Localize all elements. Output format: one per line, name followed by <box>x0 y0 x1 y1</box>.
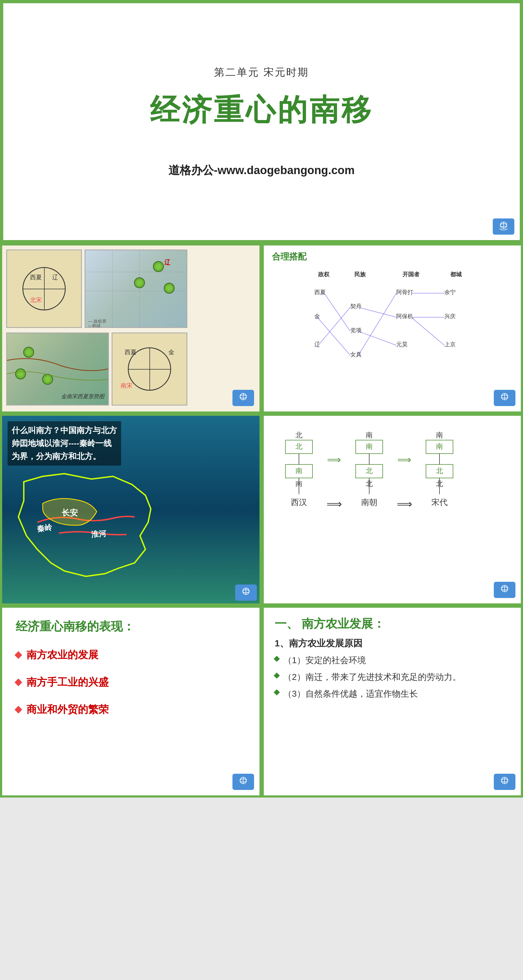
bullet-item-1: 南方农业的发展 <box>16 648 246 662</box>
svg-line-36 <box>358 293 396 355</box>
svg-text:契丹: 契丹 <box>350 303 362 309</box>
svg-text:秦岭: 秦岭 <box>37 523 53 533</box>
website-label: 道格办公-www.daogebangong.com <box>169 163 354 178</box>
slide-2-maps: 西夏 辽 北宋 辽 — 政权界 ○ 都城 <box>0 243 262 414</box>
slide-3-matching: 合理搭配 政权 民族 开国者 都城 西夏 契丹 阿骨打 余宁 金 党项 阿保机 … <box>262 243 523 414</box>
svg-text:⟹: ⟹ <box>326 498 342 510</box>
big-map-svg: 金南宋西夏形势图 <box>7 333 108 405</box>
numbered-item-1: 1、南方农业发展原因 <box>275 637 510 650</box>
bullet-item-2: 南方手工业的兴盛 <box>16 675 246 689</box>
diamond-icon-3 <box>14 706 22 713</box>
svg-text:元昊: 元昊 <box>396 341 408 347</box>
circle1-tl: 西夏 <box>30 273 42 282</box>
map-big: 金南宋西夏形势图 <box>6 332 109 406</box>
sub-diamond-1 <box>274 656 280 662</box>
slide7-logo <box>494 774 515 790</box>
row-1: 西夏 辽 北宋 辽 — 政权界 ○ 都城 <box>0 243 523 414</box>
svg-text:上京: 上京 <box>444 341 456 347</box>
numbered-text-1: 1、南方农业发展原因 <box>275 638 362 648</box>
sub-diamond-2 <box>274 673 280 679</box>
bullet-item-3: 商业和外贸的繁荣 <box>16 703 246 716</box>
map-img-top: 辽 — 政权界 ○ 都城 <box>84 250 187 328</box>
slide4-text: 什么叫南方？中国南方与北方 帅囯地域以淮河----秦岭一线 为界，分为南方和北方… <box>8 421 121 466</box>
slide-2-bottom: 金南宋西夏形势图 西夏 金 南宋 <box>5 331 257 409</box>
map-box-circle2: 西夏 金 南宋 <box>111 332 187 406</box>
svg-text:开国者: 开国者 <box>402 271 420 277</box>
svg-text:长安: 长安 <box>62 508 78 517</box>
sub-text-1: （1）安定的社会环境 <box>283 654 366 667</box>
svg-text:兴庆: 兴庆 <box>444 313 456 319</box>
svg-text:西汉: 西汉 <box>291 498 307 507</box>
main-title: 经济重心的南移 <box>150 90 373 130</box>
svg-text:南: 南 <box>366 431 373 439</box>
bullet-text-2: 南方手工业的兴盛 <box>27 675 109 689</box>
slide-1-title: 第二单元 宋元时期 经济重心的南移 道格办公-www.daogebangong.… <box>0 0 523 243</box>
svg-text:女真: 女真 <box>350 351 362 357</box>
sub-bullet-3: （3）自然条件优越，适宜作物生长 <box>275 688 510 700</box>
svg-text:政权: 政权 <box>318 271 330 277</box>
svg-text:阿骨打: 阿骨打 <box>396 289 413 295</box>
slide-2-top: 西夏 辽 北宋 辽 — 政权界 ○ 都城 <box>5 248 257 331</box>
sub-diamond-3 <box>274 689 280 695</box>
svg-text:淮河: 淮河 <box>91 529 107 539</box>
svg-text:⟹: ⟹ <box>397 454 412 465</box>
svg-text:北: 北 <box>436 467 443 475</box>
matching-title: 合理搭配 <box>272 251 513 263</box>
sub-bullet-1: （1）安定的社会环境 <box>275 654 510 667</box>
svg-text:西夏: 西夏 <box>314 289 326 295</box>
slide-4-map: 什么叫南方？中国南方与北方 帅囯地域以淮河----秦岭一线 为界，分为南方和北方… <box>0 414 262 606</box>
svg-text:宋代: 宋代 <box>431 498 448 507</box>
slide-5-diagram: 北 北 南 南 ⟹ 南 南 北 北 ⟹ 南 南 <box>262 414 523 606</box>
svg-text:南: 南 <box>436 431 443 439</box>
row-3: 经济重心南移的表现： 南方农业的发展 南方手工业的兴盛 商业和外贸的繁荣 一、 … <box>0 606 523 797</box>
diamond-icon-1 <box>14 651 22 659</box>
svg-line-32 <box>318 307 350 345</box>
map-box-circle1: 西夏 辽 北宋 <box>6 250 82 328</box>
svg-text:余宁: 余宁 <box>444 289 456 295</box>
diamond-icon-2 <box>14 678 22 686</box>
slide2-logo <box>232 390 254 406</box>
svg-text:⟹: ⟹ <box>397 498 412 510</box>
matching-svg: 政权 民族 开国者 都城 西夏 契丹 阿骨打 余宁 金 党项 阿保机 兴庆 辽 … <box>272 268 513 376</box>
svg-text:南朝: 南朝 <box>361 498 377 507</box>
svg-text:北: 北 <box>296 442 302 450</box>
circle2-tl: 西夏 <box>125 348 137 356</box>
svg-text:金: 金 <box>314 313 320 319</box>
svg-line-29 <box>324 293 350 331</box>
svg-text:党项: 党项 <box>350 327 362 333</box>
svg-text:— 政权界: — 政权界 <box>88 319 107 324</box>
svg-text:阿保机: 阿保机 <box>396 313 413 319</box>
svg-line-35 <box>317 317 350 355</box>
svg-line-34 <box>412 318 445 345</box>
svg-line-33 <box>358 307 396 317</box>
slide6-title: 经济重心南移的表现： <box>16 619 246 635</box>
svg-text:南: 南 <box>436 442 443 450</box>
sub-bullet-2: （2）南迁，带来了先进技术和充足的劳动力。 <box>275 671 510 683</box>
circle2-bl: 南宋 <box>121 382 132 390</box>
corner-logo <box>493 218 514 235</box>
circle2-tr: 金 <box>169 348 174 356</box>
svg-line-30 <box>358 331 396 345</box>
svg-text:南: 南 <box>296 467 302 475</box>
slide7-title: 一、 南方农业发展： <box>275 616 510 632</box>
svg-text:金南宋西夏形势图: 金南宋西夏形势图 <box>61 393 105 399</box>
map-lines-svg: — 政权界 ○ 都城 <box>86 250 186 327</box>
svg-text:民族: 民族 <box>354 271 366 277</box>
migration-svg: 北 北 南 南 ⟹ 南 南 北 北 ⟹ 南 南 <box>272 424 515 581</box>
svg-text:都城: 都城 <box>450 271 462 277</box>
svg-text:南: 南 <box>366 442 373 450</box>
slide4-line3: 为界，分为南方和北方。 <box>12 450 117 463</box>
slide4-logo <box>235 584 257 601</box>
slide3-logo <box>494 390 515 406</box>
slide5-logo <box>494 582 515 598</box>
sub-text-2: （2）南迁，带来了先进技术和充足的劳动力。 <box>283 671 461 683</box>
row-2: 什么叫南方？中国南方与北方 帅囯地域以淮河----秦岭一线 为界，分为南方和北方… <box>0 414 523 606</box>
slide-6-manifestations: 经济重心南移的表现： 南方农业的发展 南方手工业的兴盛 商业和外贸的繁荣 <box>0 606 262 797</box>
slide7-title-prefix: 一、 <box>275 617 298 630</box>
svg-text:⟹: ⟹ <box>327 454 341 465</box>
slide4-line1: 什么叫南方？中国南方与北方 <box>12 424 117 437</box>
circle1-bl: 北宋 <box>30 296 42 304</box>
unit-subtitle: 第二单元 宋元时期 <box>214 65 309 79</box>
slide-7-agriculture: 一、 南方农业发展： 1、南方农业发展原因 （1）安定的社会环境 （2）南迁，带… <box>262 606 523 797</box>
svg-text:北: 北 <box>366 467 373 475</box>
